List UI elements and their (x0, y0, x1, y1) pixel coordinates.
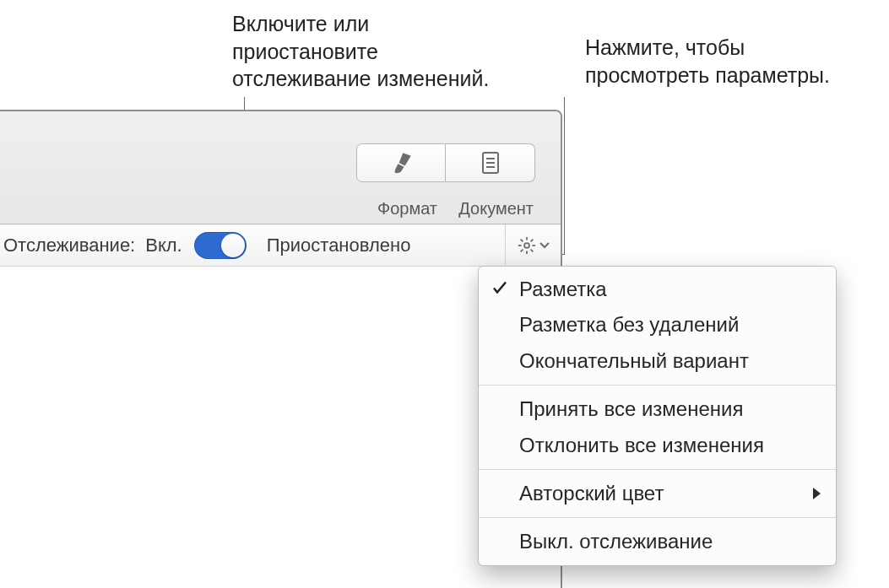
format-button[interactable] (356, 143, 446, 182)
svg-line-10 (530, 249, 533, 251)
paintbrush-icon (389, 151, 413, 175)
menu-item-label: Отклонить все изменения (519, 432, 764, 459)
menu-item-reject-all[interactable]: Отклонить все изменения (479, 428, 836, 463)
svg-line-11 (520, 249, 523, 251)
chevron-down-icon (539, 241, 550, 250)
menu-item-markup-no-deletions[interactable]: Разметка без удалений (479, 307, 836, 343)
tracking-toggle[interactable] (194, 232, 247, 259)
svg-line-12 (530, 239, 533, 241)
menu-separator (479, 385, 836, 386)
document-label: Документ (458, 199, 534, 218)
menu-item-label: Разметка (519, 276, 607, 303)
svg-point-4 (524, 243, 529, 248)
menu-item-accept-all[interactable]: Принять все изменения (479, 391, 836, 427)
tracking-bar: Отслеживание: Вкл. Приостановлено (0, 224, 561, 267)
menu-item-final[interactable]: Окончательный вариант (479, 343, 836, 379)
menu-item-label: Принять все изменения (519, 396, 743, 423)
menu-item-label: Выкл. отслеживание (519, 528, 713, 555)
menu-item-author-color[interactable]: Авторский цвет (479, 476, 836, 511)
menu-item-label: Окончательный вариант (519, 348, 749, 375)
callout-tracking-toggle: Включите или приостановите отслеживание … (232, 10, 489, 93)
title-bar: Формат Документ (0, 111, 561, 224)
menu-separator (479, 469, 836, 470)
document-button[interactable] (446, 143, 535, 182)
menu-item-label: Авторский цвет (519, 480, 664, 507)
tracking-options-menu: Разметка Разметка без удалений Окончател… (478, 266, 837, 566)
menu-item-turn-off-tracking[interactable]: Выкл. отслеживание (479, 524, 836, 559)
switch-knob (221, 234, 245, 257)
toolbar-segmented (356, 143, 535, 182)
format-label: Формат (377, 199, 437, 218)
gear-icon (518, 236, 536, 255)
document-icon (480, 151, 501, 175)
tracking-state-paused: Приостановлено (267, 235, 411, 256)
callout-view-options: Нажмите, чтобы просмотреть параметры. (585, 34, 830, 89)
menu-separator (479, 517, 836, 518)
tracking-label: Отслеживание: (3, 235, 135, 256)
tracking-state-on: Вкл. (145, 235, 182, 256)
checkmark-icon (492, 281, 507, 296)
tracking-options-button[interactable] (505, 224, 561, 267)
menu-item-markup[interactable]: Разметка (479, 272, 836, 307)
menu-item-label: Разметка без удалений (519, 311, 739, 338)
svg-line-9 (520, 239, 523, 241)
callout-line (564, 97, 565, 254)
